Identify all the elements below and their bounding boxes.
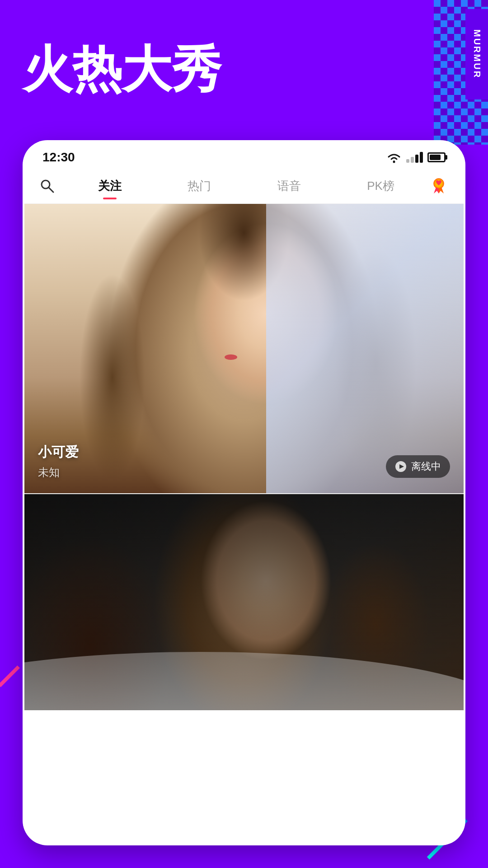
card-1-info: 小可爱 未知 [38,443,79,480]
search-button[interactable] [38,177,56,195]
video-card-1[interactable]: 小可爱 未知 离线中 [24,204,464,493]
murmur-label: MURMUR [465,9,488,99]
status-time: 12:30 [42,150,75,165]
content-area: 小可爱 未知 离线中 [24,204,464,845]
award-button[interactable] [427,175,450,197]
page-title: 火热大秀 [23,36,221,104]
card-1-sub: 未知 [38,465,79,480]
murmur-text: MURMUR [472,29,482,79]
tab-voice[interactable]: 语音 [274,176,305,196]
battery-icon [427,152,446,162]
signal-icon [406,152,423,163]
tab-follow[interactable]: 关注 [94,176,125,196]
tab-hot[interactable]: 热门 [184,176,215,196]
nav-tabs: 关注 热门 语音 PK榜 [24,168,464,204]
award-icon [429,176,448,195]
status-icons [386,151,446,163]
svg-line-2 [49,188,53,192]
card-1-name: 小可爱 [38,443,79,462]
wifi-icon [386,151,402,163]
tab-list: 关注 热门 语音 PK榜 [65,176,427,196]
svg-point-0 [393,161,395,163]
tab-pk[interactable]: PK榜 [363,176,398,196]
phone-mockup: 12:30 [23,140,465,845]
play-circle-icon [395,461,407,472]
status-bar: 12:30 [24,142,464,168]
offline-badge: 离线中 [386,455,450,478]
offline-text: 离线中 [411,460,441,473]
search-icon [39,178,55,194]
video-card-2[interactable] [24,493,464,710]
